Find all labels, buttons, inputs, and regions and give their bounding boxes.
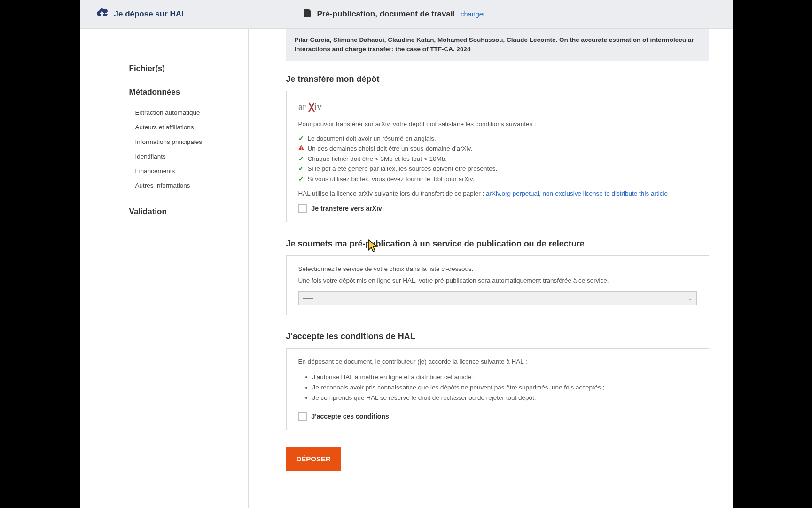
accept-terms-checkbox[interactable] — [298, 412, 307, 421]
main-content: Pilar García, Slimane Dahaoui, Claudine … — [249, 29, 733, 508]
condition-text: Si le pdf a été généré par laTex, les so… — [308, 164, 498, 174]
transfer-intro: Pour pouvoir transférer sur arXiv, votre… — [298, 120, 697, 127]
page-title: Je dépose sur HAL — [114, 9, 187, 19]
terms-list: J'autorise HAL à mettre en ligne et à di… — [298, 372, 697, 403]
service-section-title: Je soumets ma pré-publication à un servi… — [286, 239, 709, 249]
condition-item: ✓ Le document doit avoir un résumé en an… — [298, 134, 697, 144]
conditions-list: ✓ Le document doit avoir un résumé en an… — [298, 134, 697, 184]
terms-item: Je reconnais avoir pris connaissance que… — [312, 382, 697, 393]
upload-cloud-icon — [96, 8, 108, 20]
transfer-card: ar iv Pour pouvoir transférer sur arXiv,… — [286, 91, 709, 223]
check-icon: ✓ — [298, 174, 305, 184]
svg-text:ar: ar — [298, 102, 306, 112]
service-card: Sélectionnez le service de votre choix d… — [286, 255, 709, 315]
service-line1: Sélectionnez le service de votre choix d… — [298, 265, 697, 272]
sidebar-section-metadata[interactable]: Métadonnées — [129, 87, 248, 97]
terms-item: Je comprends que HAL se réserve le droit… — [312, 393, 697, 403]
license-prefix: HAL utilise la licence arXiv suivante lo… — [298, 190, 486, 197]
submit-button[interactable]: DÉPOSER — [286, 447, 341, 471]
condition-item: ✓ Si vous utilisez bibtex, vous devez fo… — [298, 174, 697, 184]
sidebar-item-other[interactable]: Autres Informations — [129, 178, 248, 193]
sidebar-item-authors[interactable]: Auteurs et affiliations — [129, 120, 248, 135]
condition-item: Un des domaines choisi doit être un sous… — [298, 143, 697, 154]
citation-box: Pilar García, Slimane Dahaoui, Claudine … — [286, 29, 709, 61]
sidebar: Fichier(s) Métadonnées Extraction automa… — [80, 29, 249, 508]
service-select[interactable]: ------ — [298, 291, 697, 305]
check-icon: ✓ — [298, 154, 305, 164]
sidebar-item-main-info[interactable]: Informations principales — [129, 135, 248, 149]
citation-text: Pilar García, Slimane Dahaoui, Claudine … — [295, 36, 694, 53]
document-icon — [304, 9, 312, 19]
sidebar-section-validation[interactable]: Validation — [129, 207, 248, 216]
document-type-label: Pré-publication, document de travail — [317, 9, 455, 19]
service-line2: Une fois votre dépôt mis en ligne sur HA… — [298, 277, 697, 284]
terms-item: J'autorise HAL à mettre en ligne et à di… — [312, 372, 697, 382]
condition-item: ✓ Si le pdf a été généré par laTex, les … — [298, 164, 697, 174]
condition-text: Le document doit avoir un résumé en angl… — [308, 134, 436, 144]
arxiv-logo-icon: ar iv — [298, 101, 697, 116]
condition-text: Un des domaines choisi doit être un sous… — [308, 143, 473, 154]
condition-text: Si vous utilisez bibtex, vous devez four… — [308, 174, 475, 184]
condition-text: Chaque fichier doit être < 3Mb et les to… — [308, 154, 447, 164]
sidebar-item-funding[interactable]: Financements — [129, 164, 248, 178]
transfer-arxiv-checkbox[interactable] — [298, 204, 307, 213]
check-icon: ✓ — [298, 134, 305, 144]
condition-item: ✓ Chaque fichier doit être < 3Mb et les … — [298, 154, 697, 164]
accept-terms-label: J'accepte ces conditions — [312, 413, 389, 420]
check-icon: ✓ — [298, 164, 305, 174]
terms-section-title: J'accepte les conditions de HAL — [286, 332, 709, 341]
license-line: HAL utilise la licence arXiv suivante lo… — [298, 190, 697, 197]
sidebar-item-identifiers[interactable]: Identifiants — [129, 149, 248, 164]
sidebar-item-extraction[interactable]: Extraction automatique — [129, 105, 248, 120]
svg-rect-2 — [301, 147, 301, 149]
terms-intro: En déposant ce document, le contributeur… — [298, 358, 697, 365]
license-link[interactable]: arXiv.org perpetual, non-exclusive licen… — [486, 190, 668, 197]
terms-card: En déposant ce document, le contributeur… — [286, 348, 709, 430]
sidebar-section-files[interactable]: Fichier(s) — [129, 64, 248, 73]
svg-text:iv: iv — [314, 102, 322, 112]
top-bar: Je dépose sur HAL Pré-publication, docum… — [80, 0, 733, 29]
transfer-arxiv-label: Je transfère vers arXiv — [312, 205, 382, 212]
warning-icon — [298, 143, 305, 154]
transfer-section-title: Je transfère mon dépôt — [286, 74, 709, 84]
change-type-link[interactable]: changer — [461, 10, 485, 18]
svg-rect-3 — [301, 149, 301, 150]
